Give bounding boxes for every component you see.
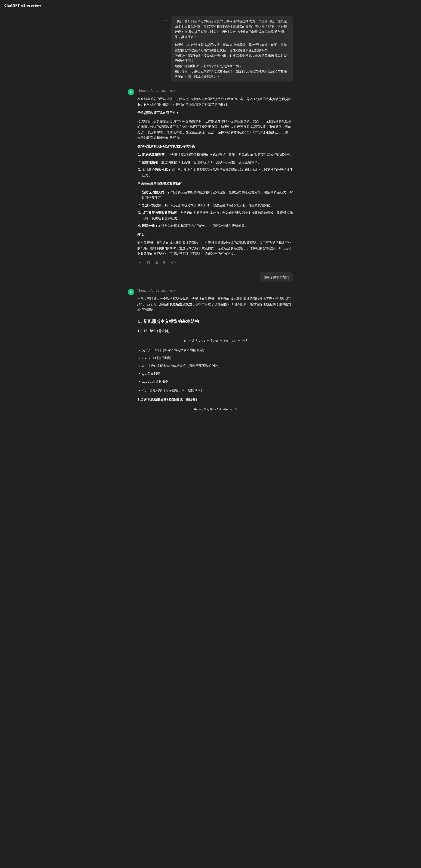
followup-message-wrap: 能给个数学框架吗 [128,272,293,282]
section3-heading: 考虑非传统货币政策和政策协同： [137,181,293,187]
assistant-intro-1: 在当前全球化的经济环境中，供应链中断确实对各国经济造成了巨大的冲击，导致了短期的… [137,96,293,107]
bullet-1-sigma: σ：消费对实际利率的敏感程度（风险厌恶系数的倒数） [142,363,293,369]
subsection-1-2: 1.2 新凯恩斯主义菲利普斯曲线（供给侧） [137,397,293,402]
user-message-1-text: 问题：在当前全球化的经济环境中，供应链中断已经成为一个显著问题，尤其是由于地缘政… [175,19,289,79]
assistant-message-1-content: Thought for 12 seconds ▾ 在当前全球化的经济环境中，供应… [137,88,293,265]
regenerate-button[interactable]: ▾ [170,259,177,265]
header-title-text: ChatGPT o1-preview [4,3,41,8]
assistant-prose-2: 当然，可以通过一个数学框架来分析中央银行在供应链中断导致的成本推动型通货膨胀情况… [137,296,293,412]
bullets-1: yt：产出缺口（实际产出与潜在产出的差异） 𝔼t：在 t 时点的预期 σ：消费对… [137,347,293,394]
user-message-1-wrap: ✏ 问题：在当前全球化的经济环境中，供应链中断已经成为一个显著问题，尤其是由于地… [128,16,293,82]
section3-item-4: 国际合作：加强与其他国家和国际组织的合作，协同解决全球供应链问题。 [142,223,293,229]
formula-2: πₜ = β𝔼ₜ[πₜ₊₁] + λyₜ + uₜ [137,406,293,412]
assistant-message-2-content: Thought for 16 seconds ▾ 当然，可以通过一个数学框架来分… [137,288,293,416]
audio-button[interactable] [137,259,143,265]
thumbdown-button[interactable] [162,259,167,265]
user-message-1: ✏ 问题：在当前全球化的经济环境中，供应链中断已经成为一个显著问题，尤其是由于地… [171,16,293,82]
section2-item-3: 关注核心通胀指标：将注意力集中在剔除能源和食品等易波动因素的核心通胀指标上，以更… [142,167,293,178]
header: ChatGPT o1-preview ▾ [0,0,421,11]
h1-section1: 1. 新凯恩斯主义模型的基本结构 [137,318,293,325]
thought-header-2[interactable]: Thought for 16 seconds ▾ [137,288,293,293]
user-message-para-2: 如果中央银行过度紧缩货币政策，可能会抑制需求，导致经济衰退。然而，保持宽松的货币… [175,42,289,79]
section3-item-1: 定向流动性支持：针对受供应链中断影响较大的行业和企业，提供定向的流动性支持，缓解… [142,190,293,200]
section2-item-2: 前瞻性指引：通过明确的沟通策略，管理市场预期，减少不确定性，稳定金融市场。 [142,160,293,165]
assistant-message-2-wrap: G Thought for 16 seconds ▾ 当然，可以通过一个数学框架… [128,288,293,416]
assistant-message-1-wrap: G Thought for 12 seconds ▾ 在当前全球化的经济环境中，… [128,88,293,265]
thought-label-2: Thought for 16 seconds [137,288,173,293]
thought-chevron-2: ▾ [174,289,175,293]
conclusion-heading: 结论： [137,232,293,237]
thought-header-1[interactable]: Thought for 12 seconds ▾ [137,88,293,93]
assistant-avatar-2: G [128,289,134,295]
copy-button[interactable] [146,259,151,265]
section2-list: 渐进式政策调整：中央银行应采取谨慎和渐进的方式调整货币政策，避免剧烈的政策变动对… [137,152,293,178]
header-title[interactable]: ChatGPT o1-preview ▾ [4,3,43,8]
assistant-avatar-1: G [128,89,134,95]
thought-chevron-1: ▾ [174,89,175,93]
main-content: ✏ 问题：在当前全球化的经济环境中，供应链中断已经成为一个显著问题，尤其是由于地… [123,11,298,440]
followup-bubble: 能给个数学框架吗 [260,272,293,282]
section2-item-1: 渐进式政策调整：中央银行应采取谨慎和渐进的方式调整货币政策，避免剧烈的政策变动对… [142,152,293,158]
header-chevron-icon: ▾ [42,3,43,7]
section1-body: 传统的货币政策主要通过调节利率影响需求侧，以控制通货膨胀和促进经济增长。然而，供… [137,119,293,141]
bullet-1-rn: rnt：自然利率（与潜在增长率一致的利率） [142,387,293,394]
user-message-para-1: 问题：在当前全球化的经济环境中，供应链中断已经成为一个显著问题，尤其是由于地缘政… [175,19,289,40]
assistant-intro-2: 当然，可以通过一个数学框架来分析中央银行在供应链中断导致的成本推动型通货膨胀情况… [137,296,293,313]
thumbup-button[interactable] [154,259,159,265]
conclusion-body: 面对供应链中断引发的成本推动型通货膨胀，中央银行需要超越传统的货币政策框架，采用… [137,240,293,257]
formula-1: yₜ = 𝔼ₜ[yₜ₊₁] − ¹⁄σ(iₜ − 𝔼ₜ[πₜ₊₁] − rⁿₜ) [137,338,293,343]
section3-list: 定向流动性支持：针对受供应链中断影响较大的行业和企业，提供定向的流动性支持，缓解… [137,190,293,229]
bullet-1-it: it：名义利率 [142,371,293,377]
action-bar-1: ▾ [137,259,293,265]
thought-label-1: Thought for 12 seconds [137,88,173,93]
bullet-1-pi: πt+1：通货膨胀率 [142,379,293,385]
section3-item-3: 货币政策与财政政策协同：与政府的财政政策形成合力，例如通过财政刺激支持基础设施建… [142,210,293,221]
followup-text: 能给个数学框架吗 [264,275,289,279]
svg-text:G: G [130,290,132,293]
assistant-prose-1: 在当前全球化的经济环境中，供应链中断确实对各国经济造成了巨大的冲击，导致了短期的… [137,96,293,257]
bullet-1-et: 𝔼t：在 t 时点的预期 [142,355,293,361]
subsection-1-1: 1.1 IS 曲线（需求侧） [137,329,293,334]
section3-item-2: 宏观审慎政策工具：利用逆周期资本缓冲等工具，增强金融体系的稳定性，防范系统性风险… [142,203,293,208]
edit-icon[interactable]: ✏ [164,18,167,23]
section1-heading: 传统货币政策工具的适用性： [137,110,293,116]
bullet-1-yt: yt：产出缺口（实际产出与潜在产出的差异） [142,347,293,353]
section2-heading: 在抑制通胀和支持经济增长之间寻找平衡： [137,144,293,149]
regenerate-chevron: ▾ [175,261,176,264]
svg-text:G: G [130,90,132,93]
